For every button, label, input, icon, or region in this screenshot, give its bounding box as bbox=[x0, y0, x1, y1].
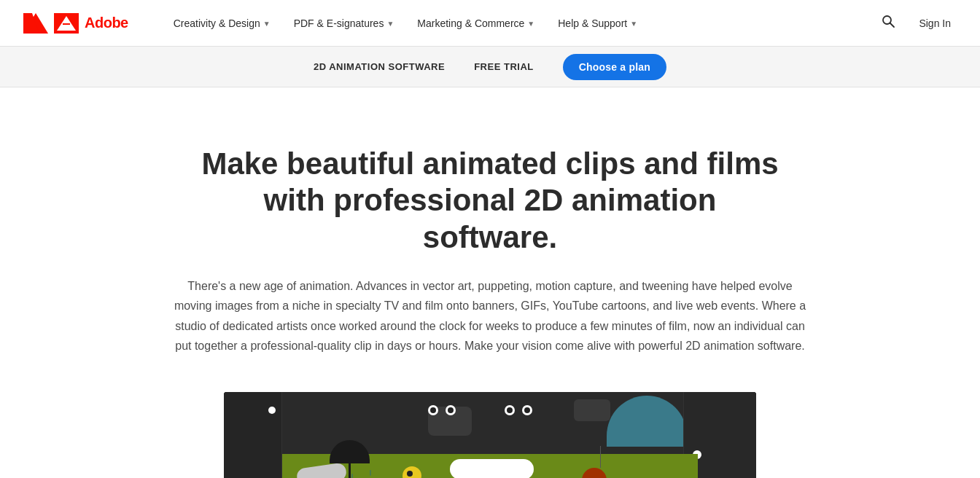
adobe-wordmark: Adobe bbox=[85, 15, 128, 31]
rain-drop-1 bbox=[351, 474, 353, 478]
rain-drop-3 bbox=[370, 470, 371, 476]
nav-item-help[interactable]: Help & Support ▼ bbox=[548, 12, 648, 35]
svg-rect-4 bbox=[63, 23, 70, 25]
nav-label-pdf: PDF & E-signatures bbox=[294, 17, 384, 29]
scene-yellow-bird bbox=[399, 466, 425, 478]
adobe-logo[interactable]: Adobe bbox=[23, 13, 128, 34]
nav-label-help: Help & Support bbox=[558, 17, 627, 29]
primary-nav-links: Creativity & Design ▼ PDF & E-signatures… bbox=[163, 12, 879, 35]
chevron-down-icon: ▼ bbox=[386, 20, 394, 28]
nav-label-creativity: Creativity & Design bbox=[174, 17, 260, 29]
hero-description: There's a new age of animation. Advances… bbox=[173, 276, 807, 356]
adobe-wordmark-icon bbox=[54, 13, 79, 34]
nav-item-creativity[interactable]: Creativity & Design ▼ bbox=[163, 12, 281, 35]
nav-label-marketing: Marketing & Commerce bbox=[417, 17, 524, 29]
scene-white-blob-2 bbox=[450, 459, 534, 478]
secondary-nav-free-trial[interactable]: Free Trial bbox=[474, 61, 534, 72]
adobe-logo-icon bbox=[23, 13, 48, 34]
choose-plan-button[interactable]: Choose a plan bbox=[563, 54, 666, 80]
scene-left-figure bbox=[224, 392, 282, 478]
chevron-down-icon: ▼ bbox=[263, 20, 271, 28]
chevron-down-icon: ▼ bbox=[630, 20, 637, 28]
secondary-nav-2d-animation[interactable]: 2D ANIMATION SOFTWARE bbox=[314, 61, 445, 72]
nav-item-pdf[interactable]: PDF & E-signatures ▼ bbox=[284, 12, 405, 35]
scene-orange-ball-container bbox=[594, 446, 607, 478]
animation-scene bbox=[224, 392, 756, 478]
scene-eyes-2 bbox=[505, 405, 532, 415]
nav-item-marketing[interactable]: Marketing & Commerce ▼ bbox=[407, 12, 545, 35]
hero-section: Make beautiful animated clips and films … bbox=[0, 87, 980, 478]
animation-preview bbox=[224, 392, 756, 478]
secondary-navigation: 2D ANIMATION SOFTWARE Free Trial Choose … bbox=[0, 47, 980, 87]
top-navigation: Adobe Creativity & Design ▼ PDF & E-sign… bbox=[0, 0, 980, 47]
nav-right-actions: Sign In bbox=[878, 11, 957, 35]
search-icon[interactable] bbox=[878, 11, 898, 35]
scene-eyes-1 bbox=[428, 405, 456, 415]
chevron-down-icon: ▼ bbox=[527, 20, 534, 28]
scene-camo-blob-2 bbox=[574, 399, 610, 421]
hero-title: Make beautiful animated clips and films … bbox=[198, 146, 782, 256]
svg-line-6 bbox=[890, 23, 895, 28]
sign-in-button[interactable]: Sign In bbox=[913, 15, 957, 32]
